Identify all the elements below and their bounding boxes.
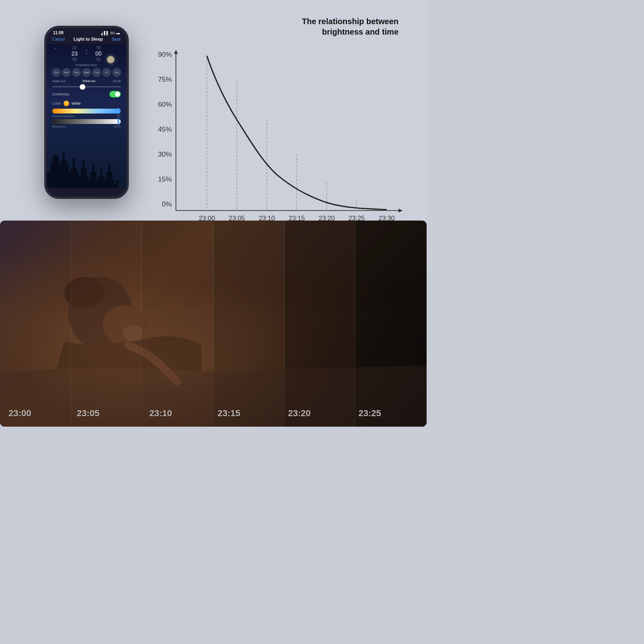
hours-above: 22 [72,45,77,50]
fadeout-row: Fade-out 30Minute 23:30 [51,79,122,83]
color-temp-slider[interactable] [52,109,121,114]
person-silhouette [0,221,427,427]
fadeout-label: Fade-out [52,79,65,83]
y-45: 45% [158,125,172,133]
sleeping-image: 23:00 23:05 23:10 23:15 23:20 23:25 [0,221,427,427]
brightness-slider[interactable] [52,119,121,124]
phone-status-icons: ▌▌▌ 5G ▬ [101,31,120,35]
day-sat[interactable]: Sat [112,68,121,77]
svg-point-4 [123,325,143,341]
phone-content: 22 23 00 : 59 00 01 Repetition time [47,44,126,188]
hours-selected: 23 [71,50,78,57]
chart-container: 90% 75% 60% 45% 30% 15% 0% [157,45,407,236]
minutes-column[interactable]: 59 00 01 [95,45,102,62]
y-60: 60% [158,100,172,108]
svg-point-3 [103,305,147,345]
y-30: 30% [158,150,172,158]
color-temp-label-text: Color temperature [52,115,75,118]
save-button[interactable]: Save [111,37,121,41]
customize-toggle[interactable] [109,91,121,97]
chart-title-line2: brightness and time [322,27,398,36]
phone-time: 11:09 [53,31,64,35]
color-label: Color [52,101,61,105]
time-picker[interactable]: 22 23 00 : 59 00 01 [51,45,122,62]
network-label: 5G [110,31,115,35]
day-mon[interactable]: Mon [62,68,71,77]
customize-row: Customize [51,90,122,99]
hours-column[interactable]: 22 23 00 [71,45,78,62]
hours-below: 00 [72,57,77,62]
chart-title-line1: The relationship between [302,17,398,26]
duration-track [52,86,121,87]
brightness-label-text: Brightness [52,125,66,128]
color-temp-thumb[interactable] [118,108,119,114]
color-row: Color White [51,100,122,107]
brightness-labels: Brightness 100% [51,125,122,128]
color-name: White [72,101,81,105]
day-thur[interactable]: Thur [92,68,101,77]
color-temp-value: 0% [117,115,121,118]
y-75: 75% [158,75,172,83]
phone-header: Cancel Light to Sleep Save [47,36,126,44]
battery-icon: ▬ [116,31,120,35]
phone-mockup: 11:09 ▌▌▌ 5G ▬ Cancel Light to Sleep Sav… [44,26,129,199]
day-wed[interactable]: Wed [82,68,91,77]
chart-title: The relationship between brightness and … [141,16,407,37]
brightness-value: 100% [114,125,121,128]
bottom-section: 23:00 23:05 23:10 23:15 23:20 23:25 [0,221,427,427]
top-section: Start time Duration Initial colour tempe… [0,0,427,221]
phone-ui: 22 23 00 : 59 00 01 Repetition time [47,44,126,131]
y-axis-arrow [174,50,178,54]
minutes-selected: 00 [95,50,102,57]
day-buttons[interactable]: Sun Mon Tues Wed Thur Fri Sat [51,68,122,77]
color-swatch[interactable] [64,101,69,106]
color-temp-labels: Color temperature 0% [51,114,122,118]
minutes-below: 01 [96,57,101,62]
duration-slider[interactable] [51,85,122,88]
phone-area: 11:09 ▌▌▌ 5G ▬ Cancel Light to Sleep Sav… [44,26,129,199]
customize-label: Customize [52,92,70,96]
time-colon: : [86,45,87,62]
day-sun[interactable]: Sun [52,68,61,77]
chart-svg: 90% 75% 60% 45% 30% 15% 0% [157,45,407,236]
repetition-label: Repetition time [51,63,122,67]
duration-thumb[interactable] [80,84,85,90]
fadeout-value: 30Minute [83,79,96,83]
y-90: 90% [158,50,172,58]
phone-notch [70,28,103,36]
cancel-button[interactable]: Cancel [52,37,65,41]
brightness-thumb[interactable] [118,118,119,125]
svg-point-2 [64,277,105,309]
y-15: 15% [158,175,172,183]
x-axis-arrow [398,208,402,213]
chart-area: The relationship between brightness and … [141,8,415,213]
day-tues[interactable]: Tues [72,68,81,77]
minutes-above: 59 [96,45,101,50]
fadeout-time: 23:30 [113,79,121,83]
day-fri[interactable]: Fri [102,68,111,77]
y-0: 0% [162,200,172,208]
phone-title: Light to Sleep [74,37,103,41]
svg-marker-0 [47,152,126,188]
